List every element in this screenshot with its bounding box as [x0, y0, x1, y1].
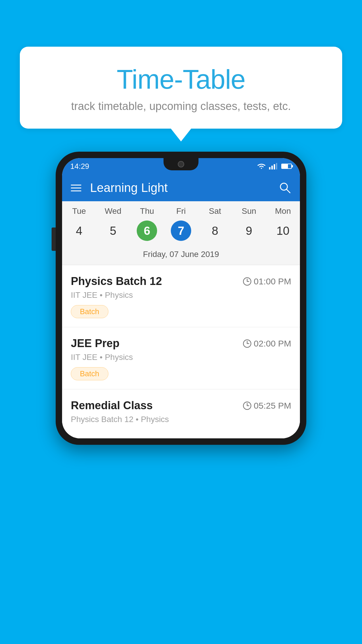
phone-notch [164, 158, 198, 170]
front-camera [178, 161, 184, 167]
day-number-8: 8 [198, 220, 232, 241]
batch-badge-1: Batch [71, 305, 108, 318]
app-bar: Learning Light [62, 174, 300, 201]
class-time-text-3: 05:25 PM [254, 401, 291, 411]
signal-icon [269, 163, 277, 169]
wifi-icon [257, 163, 266, 169]
day-6-wrap[interactable]: 6 [130, 220, 164, 241]
svg-rect-0 [269, 167, 270, 169]
phone-mockup: 14:29 [56, 152, 306, 445]
class-name-2: JEE Prep [71, 337, 120, 350]
classes-list: Physics Batch 12 01:00 PM IIT JEE • Phys… [62, 265, 300, 438]
svg-line-5 [287, 189, 290, 193]
page-title: Time-Table [34, 64, 328, 95]
class-item-1[interactable]: Physics Batch 12 01:00 PM IIT JEE • Phys… [62, 265, 300, 327]
hamburger-line-3 [71, 190, 81, 191]
svg-rect-3 [276, 163, 277, 169]
day-name-mon: Mon [266, 206, 300, 216]
day-name-sun: Sun [232, 206, 266, 216]
class-subtitle-2: IIT JEE • Physics [71, 353, 291, 362]
hamburger-line-1 [71, 185, 81, 186]
day-number-5: 5 [96, 220, 130, 241]
hamburger-menu-icon[interactable] [71, 185, 81, 191]
page-subtitle: track timetable, upcoming classes, tests… [34, 100, 328, 113]
battery-icon [281, 164, 292, 169]
day-number-6-today: 6 [137, 220, 157, 241]
day-number-9: 9 [232, 220, 266, 241]
day-number-7-selected: 7 [171, 220, 191, 241]
class-item-3-header: Remedial Class 05:25 PM [71, 399, 291, 412]
class-item-2-header: JEE Prep 02:00 PM [71, 337, 291, 350]
app-title: Learning Light [90, 181, 279, 195]
batch-badge-2: Batch [71, 367, 108, 380]
day-4-wrap[interactable]: 4 [62, 220, 96, 241]
hamburger-line-2 [71, 188, 81, 188]
day-name-thu: Thu [130, 206, 164, 216]
day-names-row: Tue Wed Thu Fri Sat Sun Mon [62, 201, 300, 218]
class-subtitle-3: Physics Batch 12 • Physics [71, 415, 291, 424]
clock-icon-2 [243, 339, 252, 348]
day-name-wed: Wed [96, 206, 130, 216]
svg-rect-1 [271, 166, 273, 169]
search-icon [279, 182, 291, 194]
calendar-week: Tue Wed Thu Fri Sat Sun Mon 4 5 [62, 201, 300, 265]
phone-inner: 14:29 [62, 158, 300, 438]
status-time: 14:29 [70, 162, 89, 171]
clock-icon-3 [243, 401, 252, 410]
day-10-wrap[interactable]: 10 [266, 220, 300, 241]
class-time-2: 02:00 PM [243, 339, 291, 349]
selected-date-label: Friday, 07 June 2019 [62, 247, 300, 265]
phone-outer: 14:29 [56, 152, 306, 445]
day-number-10: 10 [266, 220, 300, 241]
day-numbers-row: 4 5 6 7 8 9 [62, 218, 300, 247]
day-number-4: 4 [62, 220, 96, 241]
speech-bubble: Time-Table track timetable, upcoming cla… [20, 47, 342, 129]
speech-bubble-container: Time-Table track timetable, upcoming cla… [20, 47, 342, 129]
day-7-wrap[interactable]: 7 [164, 220, 198, 241]
day-9-wrap[interactable]: 9 [232, 220, 266, 241]
class-item-2[interactable]: JEE Prep 02:00 PM IIT JEE • Physics Batc… [62, 327, 300, 389]
class-name-3: Remedial Class [71, 399, 153, 412]
class-time-1: 01:00 PM [243, 276, 291, 286]
day-name-sat: Sat [198, 206, 232, 216]
class-item-3[interactable]: Remedial Class 05:25 PM Physics Batch 12… [62, 389, 300, 438]
clock-icon-1 [243, 277, 252, 286]
class-time-text-2: 02:00 PM [254, 339, 291, 349]
class-item-1-header: Physics Batch 12 01:00 PM [71, 275, 291, 288]
svg-rect-2 [274, 164, 275, 169]
search-button[interactable] [279, 182, 291, 194]
day-5-wrap[interactable]: 5 [96, 220, 130, 241]
day-name-fri: Fri [164, 206, 198, 216]
class-time-3: 05:25 PM [243, 401, 291, 411]
class-subtitle-1: IIT JEE • Physics [71, 290, 291, 300]
status-icons [257, 163, 292, 169]
day-name-tue: Tue [62, 206, 96, 216]
class-time-text-1: 01:00 PM [254, 276, 291, 286]
day-8-wrap[interactable]: 8 [198, 220, 232, 241]
class-name-1: Physics Batch 12 [71, 275, 162, 288]
